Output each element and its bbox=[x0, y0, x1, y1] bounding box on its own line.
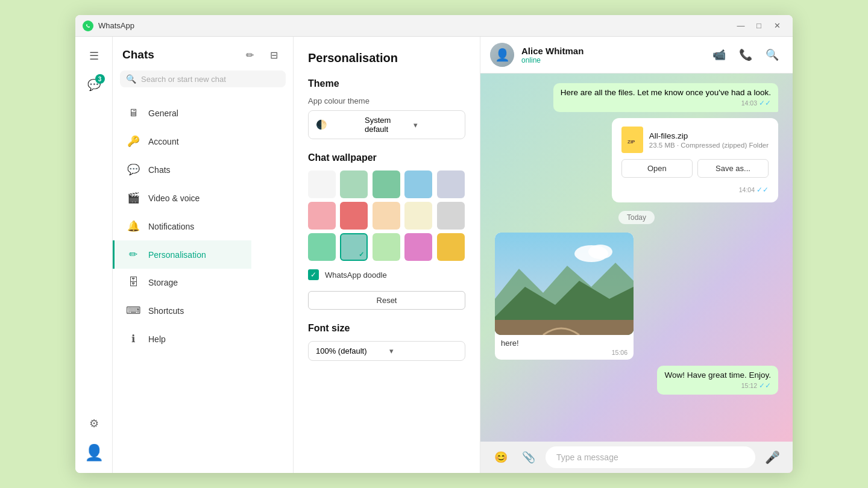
font-size-dropdown[interactable]: 100% (default) ▾ bbox=[308, 341, 465, 361]
file-message: ZIP All-files.zip 23.5 MB · Compressed (… bbox=[612, 118, 778, 202]
app-window: WhatsApp — □ ✕ ☰ 💬 3 ⚙ 👤 Chats ✏ bbox=[75, 15, 793, 473]
font-size-section: Font size 100% (default) ▾ bbox=[308, 323, 465, 374]
message-time: 14:03 ✓✓ bbox=[561, 99, 771, 107]
chats-header-icons: ✏ ⊟ bbox=[240, 45, 283, 64]
close-button[interactable]: ✕ bbox=[769, 19, 785, 33]
search-chat-button[interactable]: 🔍 bbox=[761, 44, 783, 66]
settings-item-notifications-label: Notifications bbox=[148, 222, 194, 231]
settings-icon-button[interactable]: ⚙ bbox=[81, 410, 107, 437]
settings-item-personalisation[interactable]: ✏ Personalisation bbox=[113, 240, 251, 269]
check-icon: ✓✓ bbox=[756, 186, 769, 194]
help-icon: ℹ bbox=[127, 333, 140, 345]
settings-item-shortcuts[interactable]: ⌨ Shortcuts bbox=[113, 296, 251, 325]
notifications-icon: 🔔 bbox=[127, 220, 140, 233]
account-icon: 🔑 bbox=[127, 135, 140, 148]
save-file-button[interactable]: Save as... bbox=[697, 159, 769, 178]
wallpaper-swatch-11[interactable] bbox=[340, 233, 368, 261]
search-input[interactable] bbox=[141, 75, 280, 84]
message-input[interactable] bbox=[546, 446, 755, 468]
personalisation-icon: ✏ bbox=[127, 248, 140, 261]
maximize-button[interactable]: □ bbox=[750, 19, 767, 33]
theme-chevron-icon: ▾ bbox=[414, 120, 458, 130]
message-sent-1: Here are all the files. Let me know once… bbox=[553, 83, 778, 112]
settings-item-video-voice-label: Video & voice bbox=[148, 193, 200, 203]
chats-icon: 💬 bbox=[127, 163, 140, 176]
minimize-button[interactable]: — bbox=[732, 19, 749, 33]
file-info: ZIP All-files.zip 23.5 MB · Compressed (… bbox=[621, 127, 769, 153]
wallpaper-grid bbox=[308, 170, 465, 261]
check-icon: ✓✓ bbox=[759, 99, 771, 107]
personalisation-panel: Personalisation Theme App colour theme 🌓… bbox=[294, 37, 480, 473]
icon-sidebar: ☰ 💬 3 ⚙ 👤 bbox=[75, 37, 113, 473]
window-title: WhatsApp bbox=[98, 21, 728, 30]
video-call-button[interactable]: 📹 bbox=[708, 44, 730, 66]
wallpaper-swatch-5[interactable] bbox=[308, 202, 336, 230]
settings-item-personalisation-label: Personalisation bbox=[148, 250, 206, 260]
theme-dropdown[interactable]: 🌓 System default ▾ bbox=[308, 110, 465, 139]
settings-item-video-voice[interactable]: 🎬 Video & voice bbox=[113, 184, 251, 212]
chat-icon-button[interactable]: 💬 3 bbox=[81, 72, 107, 98]
wow-text: Wow! Have great time. Enjoy. bbox=[664, 371, 771, 380]
doodle-label: WhatsApp doodle bbox=[325, 271, 387, 280]
settings-item-notifications[interactable]: 🔔 Notifications bbox=[113, 212, 251, 240]
wallpaper-swatch-8[interactable] bbox=[404, 202, 432, 230]
avatar-button[interactable]: 👤 bbox=[81, 439, 107, 466]
mountain-message-time: 15:06 bbox=[495, 349, 634, 360]
file-name: All-files.zip bbox=[649, 131, 769, 140]
general-icon: 🖥 bbox=[127, 107, 140, 119]
filter-button[interactable]: ⊟ bbox=[264, 45, 283, 64]
message-sent-2: Wow! Have great time. Enjoy. 15:12 ✓✓ bbox=[657, 366, 778, 395]
received-image-message: here! 15:06 bbox=[495, 233, 634, 360]
mountain-image bbox=[495, 233, 634, 335]
file-actions: Open Save as... bbox=[621, 159, 769, 178]
settings-item-chats[interactable]: 💬 Chats bbox=[113, 155, 251, 184]
wallpaper-swatch-14[interactable] bbox=[437, 233, 465, 261]
emoji-button[interactable]: 😊 bbox=[490, 446, 512, 468]
main-area: ☰ 💬 3 ⚙ 👤 Chats ✏ ⊟ 🔍 bbox=[75, 37, 793, 473]
mic-button[interactable]: 🎤 bbox=[761, 446, 783, 468]
shortcuts-icon: ⌨ bbox=[127, 304, 140, 317]
open-file-button[interactable]: Open bbox=[621, 159, 693, 178]
voice-call-button[interactable]: 📞 bbox=[735, 44, 756, 66]
settings-item-help[interactable]: ℹ Help bbox=[113, 325, 251, 353]
attach-button[interactable]: 📎 bbox=[518, 446, 539, 468]
wallpaper-swatch-3[interactable] bbox=[404, 170, 432, 198]
settings-item-account[interactable]: 🔑 Account bbox=[113, 127, 251, 155]
wallpaper-swatch-1[interactable] bbox=[340, 170, 368, 198]
wallpaper-swatch-10[interactable] bbox=[308, 233, 336, 261]
svg-rect-7 bbox=[495, 320, 634, 335]
mountain-caption: here! bbox=[495, 335, 634, 349]
wallpaper-swatch-12[interactable] bbox=[373, 233, 400, 261]
new-chat-button[interactable]: ✏ bbox=[240, 45, 259, 64]
wallpaper-swatch-7[interactable] bbox=[373, 202, 400, 230]
message-input-area: 😊 📎 🎤 bbox=[480, 442, 793, 473]
font-size-value: 100% (default) bbox=[316, 346, 385, 355]
settings-item-general[interactable]: 🖥 General bbox=[113, 99, 251, 127]
wallpaper-swatch-0[interactable] bbox=[308, 170, 336, 198]
theme-section-title: Theme bbox=[308, 78, 465, 89]
wallpaper-swatch-2[interactable] bbox=[373, 170, 400, 198]
reset-button[interactable]: Reset bbox=[308, 291, 465, 310]
wallpaper-swatch-6[interactable] bbox=[340, 202, 368, 230]
avatar: 👤 bbox=[490, 43, 514, 67]
file-details: All-files.zip 23.5 MB · Compressed (zipp… bbox=[649, 131, 769, 149]
check-icon: ✓✓ bbox=[759, 381, 771, 390]
settings-item-storage[interactable]: 🗄 Storage bbox=[113, 269, 251, 296]
icon-sidebar-bottom: ⚙ 👤 bbox=[81, 410, 107, 473]
settings-item-chats-label: Chats bbox=[148, 165, 171, 175]
video-voice-icon: 🎬 bbox=[127, 192, 140, 204]
storage-icon: 🗄 bbox=[127, 277, 140, 289]
settings-item-general-label: General bbox=[148, 108, 178, 118]
chat-header: 👤 Alice Whitman online 📹 📞 🔍 bbox=[480, 37, 793, 74]
theme-current-value: System default bbox=[365, 116, 409, 134]
menu-icon-button[interactable]: ☰ bbox=[81, 43, 107, 69]
wallpaper-section-title: Chat wallpaper bbox=[308, 152, 465, 163]
doodle-checkbox[interactable]: ✓ bbox=[308, 269, 319, 280]
chat-area: 👤 Alice Whitman online 📹 📞 🔍 Here are al… bbox=[480, 37, 793, 473]
settings-sidebar: 🖥 General 🔑 Account 💬 Chats 🎬 Video & vo… bbox=[113, 93, 251, 473]
wallpaper-swatch-13[interactable] bbox=[404, 233, 432, 261]
app-colour-theme-label: App colour theme bbox=[308, 96, 465, 105]
search-bar: 🔍 bbox=[120, 70, 286, 87]
wallpaper-swatch-9[interactable] bbox=[437, 202, 465, 230]
wallpaper-swatch-4[interactable] bbox=[437, 170, 465, 198]
